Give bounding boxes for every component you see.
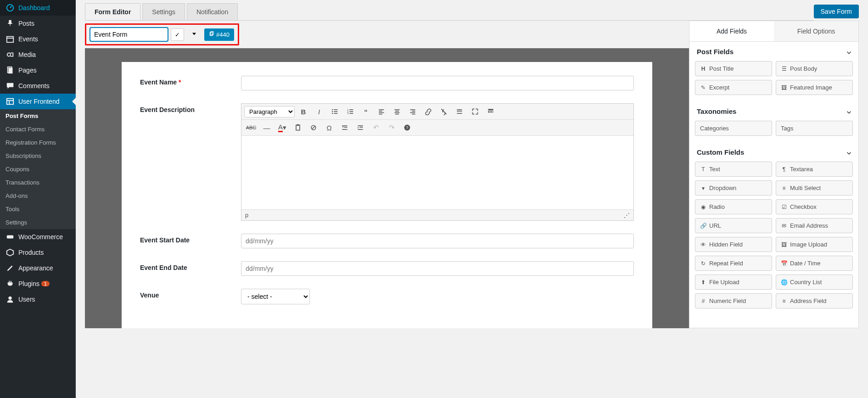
submenu-contact-forms[interactable]: Contact Forms [0,123,76,136]
numbered-list-button[interactable]: 123 [343,106,357,118]
submenu-settings[interactable]: Settings [0,216,76,229]
tab-form-editor[interactable]: Form Editor [85,3,140,20]
submenu-tools[interactable]: Tools [0,202,76,216]
title-dropdown-button[interactable] [187,28,202,41]
field-excerpt[interactable]: ✎Excerpt [695,80,772,95]
resize-handle[interactable]: ⋰ [624,212,630,219]
sidebar-item-plugins[interactable]: Plugins1 [0,276,76,291]
address-icon: ≡ [781,298,787,304]
align-left-button[interactable] [375,106,388,118]
submenu-post-forms[interactable]: Post Forms [0,109,76,123]
strikethrough-button[interactable]: ABC [244,122,258,134]
align-center-button[interactable] [390,106,404,118]
form-id-badge[interactable]: #440 [204,28,234,41]
fullscreen-button[interactable] [468,106,482,118]
field-url[interactable]: 🔗URL [695,218,772,233]
section-post-fields[interactable]: Post Fields⌵ [689,42,858,61]
align-right-button[interactable] [406,106,420,118]
submenu-addons[interactable]: Add-ons [0,189,76,202]
tab-notification[interactable]: Notification [187,3,238,20]
blockquote-button[interactable]: “ [359,106,373,118]
submenu-coupons[interactable]: Coupons [0,163,76,176]
horizontal-rule-button[interactable]: — [260,122,274,134]
svg-rect-12 [211,31,213,34]
field-country[interactable]: 🌐Country List [776,275,853,290]
rte-content[interactable] [241,136,633,209]
list-icon: ≡ [781,185,787,191]
field-tags[interactable]: Tags [776,121,853,136]
checkbox-icon: ☑ [781,204,787,210]
sidebar-item-dashboard[interactable]: Dashboard [0,0,76,16]
field-radio[interactable]: ◉Radio [695,199,772,214]
toolbar-toggle-button[interactable] [484,106,498,118]
sidebar-item-user-frontend[interactable]: User Frontend [0,94,76,109]
unlink-button[interactable] [437,106,451,118]
field-post-title[interactable]: HPost Title [695,61,772,76]
text-color-button[interactable]: A ▾ [275,122,289,134]
italic-button[interactable]: I [312,106,326,118]
sidebar-item-appearance[interactable]: Appearance [0,260,76,276]
field-multiselect[interactable]: ≡Multi Select [776,180,853,196]
input-event-name[interactable] [241,76,634,90]
form-title-input[interactable] [90,28,168,41]
bold-button[interactable]: B [297,106,310,118]
calendar-icon [6,35,15,43]
input-end-date[interactable] [241,261,634,276]
svg-point-3 [7,53,11,56]
field-categories[interactable]: Categories [695,121,772,136]
canvas-scroll[interactable]: Event Name * Event Description Paragraph… [85,48,689,328]
panel-tab-field-options[interactable]: Field Options [774,21,858,41]
sidebar-item-woocommerce[interactable]: WooCommerce [0,229,76,245]
submenu-subscriptions[interactable]: Subscriptions [0,149,76,163]
sidebar-item-comments[interactable]: Comments [0,78,76,94]
insert-more-button[interactable] [453,106,466,118]
field-checkbox[interactable]: ☑Checkbox [776,199,853,214]
tab-settings[interactable]: Settings [142,3,185,20]
rte-format-select[interactable]: Paragraph [244,106,295,118]
indent-button[interactable] [353,122,367,134]
input-start-date[interactable] [241,234,634,248]
field-textarea[interactable]: ¶Textarea [776,162,853,177]
field-end-date: Event End Date [140,261,634,276]
field-hidden[interactable]: 👁Hidden Field [695,237,772,252]
submenu-transactions[interactable]: Transactions [0,176,76,189]
check-icon: ✓ [175,31,180,38]
field-post-body[interactable]: ☰Post Body [776,61,853,76]
field-address[interactable]: ≡Address Field [776,293,853,308]
field-file-upload[interactable]: ⬆File Upload [695,275,772,290]
editor-left: ✓ #440 Event Name * Event Description [85,21,689,328]
field-numeric[interactable]: #Numeric Field [695,293,772,308]
help-button[interactable]: ? [400,122,414,134]
undo-button[interactable]: ↶ [369,122,383,134]
svg-rect-41 [488,109,493,110]
section-custom-fields[interactable]: Custom Fields⌵ [689,142,858,162]
paste-button[interactable] [291,122,305,134]
save-form-button[interactable]: Save Form [814,5,859,18]
field-text[interactable]: TText [695,162,772,177]
bullet-list-button[interactable] [328,106,342,118]
redo-button[interactable]: ↷ [385,122,398,134]
outdent-button[interactable] [338,122,352,134]
sidebar-item-posts[interactable]: Posts [0,16,76,31]
field-repeat[interactable]: ↻Repeat Field [695,256,772,271]
sidebar-item-events[interactable]: Events [0,31,76,47]
field-dropdown[interactable]: ▾Dropdown [695,180,772,196]
field-datetime[interactable]: 📅Date / Time [776,256,853,271]
submenu-registration-forms[interactable]: Registration Forms [0,136,76,149]
section-taxonomies[interactable]: Taxonomies⌵ [689,101,858,121]
panel-tab-add-fields[interactable]: Add Fields [689,21,774,41]
special-char-button[interactable]: Ω [322,122,336,134]
label-start-date: Event Start Date [140,234,241,248]
link-button[interactable] [421,106,435,118]
sidebar-item-media[interactable]: Media [0,47,76,62]
field-featured-image[interactable]: 🖼Featured Image [776,80,853,95]
field-email[interactable]: ✉Email Address [776,218,853,233]
title-confirm-button[interactable]: ✓ [171,28,184,41]
clear-formatting-button[interactable] [307,122,320,134]
field-image-upload[interactable]: 🖼Image Upload [776,237,853,252]
select-venue[interactable]: - select - [241,289,310,304]
sidebar-item-users[interactable]: Users [0,291,76,307]
svg-rect-24 [349,113,353,114]
sidebar-item-products[interactable]: Products [0,245,76,260]
sidebar-item-pages[interactable]: Pages [0,62,76,78]
